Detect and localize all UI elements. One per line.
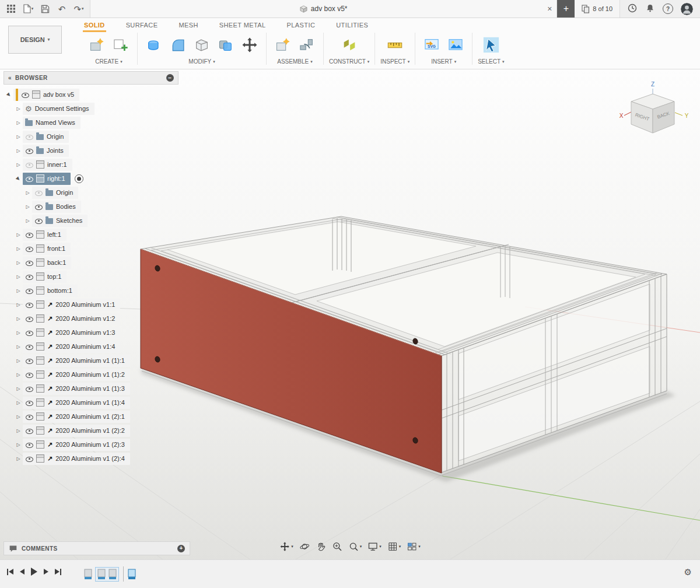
orbit-button[interactable] <box>297 539 312 554</box>
tab-sheet-metal[interactable]: SHEET METAL <box>218 19 267 32</box>
tab-surface[interactable]: SURFACE <box>125 19 159 32</box>
browser-item[interactable]: ▷↗2020 Aluminium v1 (1):3 <box>14 382 178 396</box>
fit-button[interactable]: ▾ <box>346 539 365 554</box>
browser-item-chip[interactable]: ↗2020 Aluminium v1 (1):3 <box>23 383 130 395</box>
browser-item-chip[interactable]: Joints <box>23 145 69 157</box>
browser-item[interactable]: ▷↗2020 Aluminium v1:4 <box>14 340 178 354</box>
browser-item[interactable]: ▷inner:1 <box>14 158 178 172</box>
save-button[interactable] <box>37 2 52 16</box>
visibility-eye-icon[interactable] <box>25 273 33 281</box>
combine-button[interactable] <box>215 34 237 56</box>
expand-arrow-icon[interactable]: ▷ <box>14 442 23 447</box>
visibility-eye-icon[interactable] <box>25 441 33 449</box>
browser-item[interactable]: ▷↗2020 Aluminium v1 (2):3 <box>14 438 178 452</box>
visibility-eye-off-icon[interactable] <box>25 161 33 169</box>
expand-arrow-icon[interactable]: ▷ <box>14 120 23 125</box>
step-back-button[interactable] <box>20 569 24 575</box>
go-to-start-button[interactable] <box>7 569 13 575</box>
expand-arrow-icon[interactable]: ▷ <box>14 414 23 419</box>
redo-button[interactable]: ↷▾ <box>71 2 86 16</box>
go-to-end-button[interactable] <box>55 569 61 575</box>
browser-item-chip[interactable]: back:1 <box>23 257 71 269</box>
activate-component-radio[interactable] <box>75 174 83 183</box>
expand-arrow-icon[interactable]: ▷ <box>14 428 23 433</box>
visibility-eye-icon[interactable] <box>25 371 33 379</box>
visibility-eye-icon[interactable] <box>25 329 33 337</box>
group-label-select[interactable]: SELECT▾ <box>478 58 504 65</box>
expand-arrow-icon[interactable]: ▷ <box>14 302 23 307</box>
help-button[interactable]: ? <box>663 4 673 14</box>
notifications-button[interactable] <box>645 3 655 15</box>
group-label-create[interactable]: CREATE▾ <box>95 58 122 65</box>
browser-item-chip[interactable]: top:1 <box>23 271 66 283</box>
add-comment-button[interactable]: + <box>177 545 185 552</box>
decal-button[interactable] <box>444 34 467 56</box>
browser-item-chip[interactable]: left:1 <box>23 229 66 241</box>
play-button[interactable] <box>31 568 37 576</box>
expand-arrow-icon[interactable]: ▷ <box>14 400 23 405</box>
expand-arrow-icon[interactable]: ▷ <box>14 260 23 265</box>
browser-item-chip[interactable]: front:1 <box>23 243 71 255</box>
pan-hand-button[interactable] <box>313 539 328 554</box>
zoom-button[interactable] <box>330 539 345 554</box>
browser-item[interactable]: ▷↗2020 Aluminium v1 (2):1 <box>14 410 178 424</box>
browser-item-chip[interactable]: Origin <box>32 187 78 199</box>
browser-item[interactable]: ▷↗2020 Aluminium v1:2 <box>14 312 178 326</box>
browser-item-chip[interactable]: ↗2020 Aluminium v1:1 <box>23 299 120 311</box>
browser-item-chip[interactable]: right:1 <box>23 173 71 185</box>
browser-item-chip[interactable]: adv box v5 <box>13 89 79 101</box>
file-menu-button[interactable]: ▾ <box>20 2 36 16</box>
tab-mesh[interactable]: MESH <box>177 19 199 32</box>
browser-item-chip[interactable]: ↗2020 Aluminium v1:4 <box>23 341 120 353</box>
collapse-panel-icon[interactable]: « <box>8 75 12 81</box>
browser-item-chip[interactable]: ↗2020 Aluminium v1 (2):2 <box>23 425 130 437</box>
expand-arrow-icon[interactable]: ▷ <box>14 330 23 335</box>
construction-plane-button[interactable] <box>338 34 360 56</box>
browser-item[interactable]: ▷↗2020 Aluminium v1 (2):4 <box>14 452 178 466</box>
browser-item-chip[interactable]: ↗2020 Aluminium v1 (1):4 <box>23 397 130 409</box>
browser-item[interactable]: ▷Origin <box>23 186 178 200</box>
account-avatar[interactable] <box>681 3 693 15</box>
step-forward-button[interactable] <box>44 569 48 575</box>
create-form-button[interactable] <box>86 34 108 56</box>
timeline-feature-marker[interactable] <box>108 569 117 580</box>
tab-close-button[interactable]: × <box>547 0 552 18</box>
browser-item-chip[interactable]: ↗2020 Aluminium v1 (1):1 <box>23 355 130 367</box>
browser-item-chip[interactable]: ↗2020 Aluminium v1:3 <box>23 327 120 339</box>
browser-item[interactable]: ▷Joints <box>14 144 178 158</box>
browser-item[interactable]: ▷back:1 <box>14 256 178 270</box>
browser-item[interactable]: ▷↗2020 Aluminium v1 (1):2 <box>14 368 178 382</box>
shell-button[interactable] <box>191 34 213 56</box>
app-grid-button[interactable] <box>4 2 19 16</box>
browser-item[interactable]: ▷Sketches <box>23 214 178 228</box>
browser-item-chip[interactable]: ↗2020 Aluminium v1 (1):2 <box>23 369 130 381</box>
visibility-eye-icon[interactable] <box>25 287 33 295</box>
visibility-eye-off-icon[interactable] <box>25 133 33 141</box>
select-button[interactable] <box>480 34 502 56</box>
expand-arrow-icon[interactable]: ▷ <box>14 148 23 153</box>
browser-item-chip[interactable]: inner:1 <box>23 159 72 171</box>
browser-item[interactable]: ▷Origin <box>14 130 178 144</box>
timeline-feature-marker[interactable] <box>84 569 92 580</box>
history-clock-button[interactable] <box>627 3 638 15</box>
browser-item[interactable]: ▷bottom:1 <box>14 284 178 298</box>
expand-arrow-icon[interactable]: ▷ <box>23 204 32 209</box>
insert-svg-button[interactable]: SVG <box>421 34 443 56</box>
viewports-button[interactable]: ▾ <box>404 539 423 554</box>
visibility-eye-icon[interactable] <box>25 245 33 253</box>
expand-arrow-icon[interactable]: ▷ <box>14 288 23 293</box>
grid-snaps-button[interactable]: ▾ <box>385 539 404 554</box>
browser-item[interactable]: ▷↗2020 Aluminium v1:1 <box>14 298 178 312</box>
visibility-eye-off-icon[interactable] <box>34 189 43 197</box>
create-sketch-button[interactable] <box>110 34 132 56</box>
browser-item-chip[interactable]: Bodies <box>32 201 81 213</box>
expand-arrow-icon[interactable]: ▷ <box>14 106 23 111</box>
visibility-eye-icon[interactable] <box>34 217 43 225</box>
expand-arrow-icon[interactable]: ▷ <box>14 232 23 237</box>
browser-item[interactable]: ▷left:1 <box>14 228 178 242</box>
visibility-eye-icon[interactable] <box>25 231 33 239</box>
expand-arrow-icon[interactable]: ▷ <box>14 456 23 461</box>
expand-arrow-icon[interactable]: ▷ <box>14 316 23 321</box>
group-label-inspect[interactable]: INSPECT▾ <box>380 58 410 65</box>
browser-item[interactable]: ▷↗2020 Aluminium v1 (1):4 <box>14 396 178 410</box>
